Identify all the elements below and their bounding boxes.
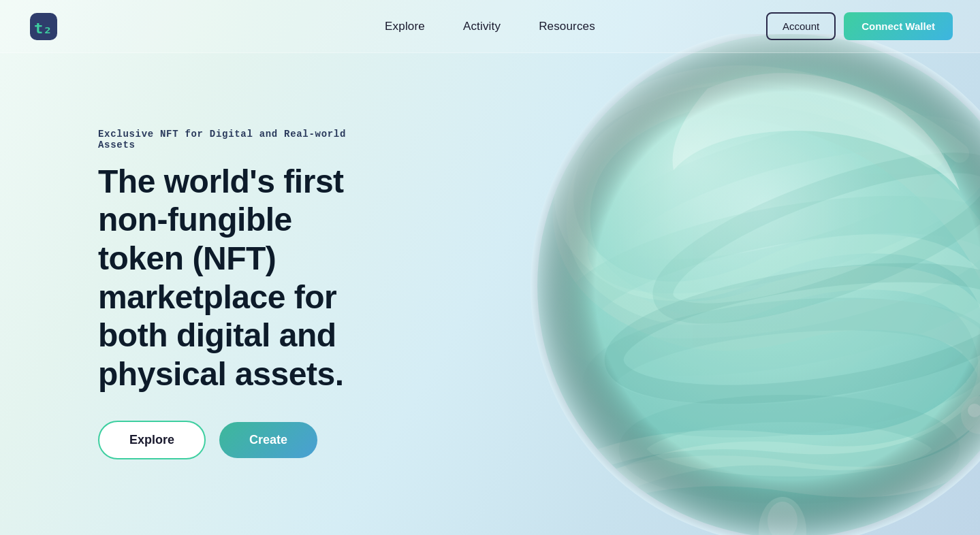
- hero-title: The world's first non-fungible token (NF…: [98, 163, 379, 394]
- hero-create-button[interactable]: Create: [219, 422, 317, 458]
- nav-link-resources[interactable]: Resources: [539, 20, 595, 33]
- svg-text:t₂: t₂: [34, 20, 52, 37]
- nav-center: Explore Activity Resources: [385, 20, 595, 33]
- nav-link-activity[interactable]: Activity: [463, 20, 501, 33]
- hero-explore-button[interactable]: Explore: [98, 421, 206, 459]
- connect-wallet-button[interactable]: Connect Wallet: [844, 12, 953, 40]
- nav-link-explore[interactable]: Explore: [385, 20, 425, 33]
- nav-right: Account Connect Wallet: [766, 12, 953, 40]
- hero-section: Exclusive NFT for Digital and Real-world…: [0, 53, 477, 535]
- hero-subtitle: Exclusive NFT for Digital and Real-world…: [98, 129, 379, 150]
- nav-left: t₂: [27, 10, 60, 43]
- hero-buttons: Explore Create: [98, 421, 379, 459]
- logo[interactable]: t₂: [27, 10, 60, 43]
- navbar: t₂ Explore Activity Resources Account Co…: [0, 0, 980, 53]
- account-button[interactable]: Account: [766, 12, 836, 40]
